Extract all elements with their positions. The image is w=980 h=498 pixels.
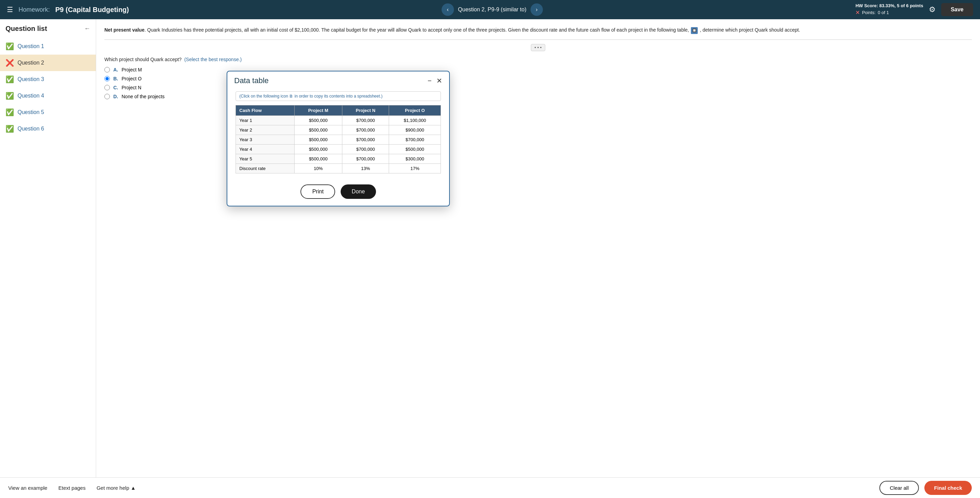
table-cell-1-2: $700,000: [342, 126, 389, 135]
next-question-button[interactable]: ›: [531, 3, 543, 16]
bottom-right: Clear all Final check: [880, 481, 972, 495]
table-cell-2-1: $500,000: [294, 135, 342, 145]
option-text-3: None of the projects: [122, 94, 164, 99]
table-header-2: Project N: [342, 105, 389, 116]
nav-title: P9 (Capital Budgeting): [55, 6, 129, 14]
check-icon: ✅: [5, 108, 14, 116]
option-letter-1: B.: [113, 76, 118, 81]
table-cell-5-1: 10%: [294, 164, 342, 173]
main-layout: Question list ← ✅Question 1❌Question 2✅Q…: [0, 19, 980, 477]
final-check-button[interactable]: Final check: [924, 481, 972, 495]
modal-minimize-button[interactable]: −: [428, 77, 432, 84]
table-cell-3-2: $700,000: [342, 145, 389, 154]
sidebar-items: ✅Question 1❌Question 2✅Question 3✅Questi…: [0, 38, 96, 137]
error-icon: ❌: [5, 59, 14, 67]
points-label: ✕ Points: 0 of 1: [855, 9, 923, 16]
table-row: Year 2$500,000$700,000$900,000: [236, 126, 441, 135]
modal-title: Data table: [234, 76, 269, 85]
data-table-modal: Data table − ✕ (Click on the following i…: [227, 71, 450, 207]
sidebar-item-label: Question 5: [18, 109, 44, 115]
modal-footer: Print Done: [228, 180, 449, 206]
divider: [104, 40, 972, 40]
content-area: Net present value. Quark Industries has …: [96, 19, 980, 477]
table-row: Year 4$500,000$700,000$500,000: [236, 145, 441, 154]
best-response-link[interactable]: (Select the best response.): [185, 57, 242, 62]
get-more-help-button[interactable]: Get more help ▲: [97, 485, 136, 491]
table-cell-4-0: Year 5: [236, 154, 294, 164]
table-cell-3-0: Year 4: [236, 145, 294, 154]
nav-question-label: Question 2, P9-9 (similar to): [458, 6, 527, 13]
option-radio-0[interactable]: [104, 67, 110, 72]
table-header-3: Project O: [389, 105, 441, 116]
option-text-2: Project N: [122, 85, 142, 90]
table-cell-5-3: 17%: [389, 164, 441, 173]
table-cell-4-3: $300,000: [389, 154, 441, 164]
table-cell-1-1: $500,000: [294, 126, 342, 135]
hamburger-icon[interactable]: ☰: [7, 5, 13, 14]
table-row: Year 3$500,000$700,000$700,000: [236, 135, 441, 145]
table-cell-4-2: $700,000: [342, 154, 389, 164]
option-radio-3[interactable]: [104, 94, 110, 99]
sidebar-collapse-button[interactable]: ←: [84, 25, 90, 32]
table-cell-5-2: 13%: [342, 164, 389, 173]
question-intro-text: Net present value. Quark Industries has …: [104, 26, 972, 34]
table-cell-5-0: Discount rate: [236, 164, 294, 173]
option-text-1: Project O: [122, 76, 142, 81]
etext-pages-button[interactable]: Etext pages: [58, 485, 86, 491]
sidebar-item-question-6[interactable]: ✅Question 6: [0, 121, 96, 137]
sidebar-item-question-2[interactable]: ❌Question 2: [0, 55, 96, 71]
option-radio-1[interactable]: [104, 76, 110, 81]
which-project-label: Which project should Quark accept? (Sele…: [104, 57, 972, 62]
sidebar: Question list ← ✅Question 1❌Question 2✅Q…: [0, 19, 96, 477]
option-text-0: Project M: [122, 67, 142, 72]
check-icon: ✅: [5, 75, 14, 83]
error-icon: ✕: [855, 9, 860, 16]
sidebar-item-question-3[interactable]: ✅Question 3: [0, 71, 96, 88]
spreadsheet-note: (Click on the following icon 🗎 in order …: [235, 91, 441, 101]
save-button[interactable]: Save: [941, 3, 973, 16]
prev-question-button[interactable]: ‹: [442, 3, 454, 16]
view-example-button[interactable]: View an example: [8, 485, 48, 491]
bottom-bar: View an example Etext pages Get more hel…: [0, 477, 980, 498]
table-cell-0-3: $1,100,000: [389, 116, 441, 126]
sidebar-item-question-1[interactable]: ✅Question 1: [0, 38, 96, 55]
sidebar-item-question-5[interactable]: ✅Question 5: [0, 104, 96, 121]
top-nav: ☰ Homework: P9 (Capital Budgeting) ‹ Que…: [0, 0, 980, 19]
modal-controls: − ✕: [428, 77, 442, 84]
option-letter-3: D.: [113, 94, 118, 99]
check-icon: ✅: [5, 42, 14, 51]
modal-body: (Click on the following icon 🗎 in order …: [228, 88, 449, 180]
expand-button[interactable]: • • •: [531, 44, 546, 51]
bottom-left: View an example Etext pages Get more hel…: [8, 485, 136, 491]
table-cell-0-2: $700,000: [342, 116, 389, 126]
nav-score: HW Score: 83.33%, 5 of 6 points ✕ Points…: [855, 3, 923, 17]
option-radio-2[interactable]: [104, 85, 110, 90]
table-header-1: Project M: [294, 105, 342, 116]
sidebar-item-label: Question 1: [18, 43, 44, 49]
table-cell-2-0: Year 3: [236, 135, 294, 145]
sidebar-item-label: Question 4: [18, 93, 44, 99]
table-cell-2-2: $700,000: [342, 135, 389, 145]
table-cell-1-0: Year 2: [236, 126, 294, 135]
sidebar-header: Question list ←: [0, 25, 96, 38]
sidebar-item-question-4[interactable]: ✅Question 4: [0, 88, 96, 104]
sidebar-title: Question list: [5, 25, 47, 33]
homework-label: Homework:: [19, 6, 50, 13]
modal-close-button[interactable]: ✕: [436, 77, 442, 84]
option-letter-2: C.: [113, 85, 118, 90]
print-button[interactable]: Print: [301, 185, 335, 199]
data-table: Cash FlowProject MProject NProject OYear…: [235, 105, 441, 173]
clear-all-button[interactable]: Clear all: [880, 481, 919, 495]
table-row: Discount rate10%13%17%: [236, 164, 441, 173]
table-cell-3-3: $500,000: [389, 145, 441, 154]
table-cell-3-1: $500,000: [294, 145, 342, 154]
hw-score-label: HW Score: 83.33%, 5 of 6 points: [855, 3, 923, 9]
table-cell-0-1: $500,000: [294, 116, 342, 126]
table-row: Year 5$500,000$700,000$300,000: [236, 154, 441, 164]
table-cell-2-3: $700,000: [389, 135, 441, 145]
option-letter-0: A.: [113, 67, 118, 72]
modal-header: Data table − ✕: [228, 72, 449, 88]
settings-button[interactable]: ⚙: [929, 5, 936, 14]
table-icon-inline[interactable]: 🔲: [691, 27, 698, 34]
done-button[interactable]: Done: [340, 185, 375, 199]
